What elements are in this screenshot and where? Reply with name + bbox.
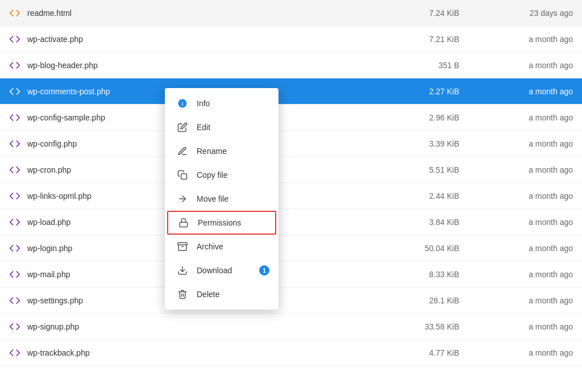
menu-item-rename[interactable]: Rename xyxy=(165,139,278,163)
file-date: a month ago xyxy=(482,348,573,357)
menu-item-copy-file[interactable]: Copy file xyxy=(165,163,278,187)
file-row[interactable]: wp-trackback.php 4.77 KiB a month ago xyxy=(0,340,582,366)
file-date: a month ago xyxy=(482,61,573,70)
file-type-icon xyxy=(9,86,20,97)
file-type-icon xyxy=(9,7,20,19)
svg-rect-5 xyxy=(178,243,188,245)
file-size: 3.39 KiB xyxy=(414,139,482,148)
copy-icon xyxy=(176,169,189,181)
file-size: 2.27 KiB xyxy=(414,87,482,96)
file-size: 50.04 KiB xyxy=(414,244,482,253)
file-date: a month ago xyxy=(482,244,573,253)
file-type-icon xyxy=(9,60,20,71)
menu-label-copy-file: Copy file xyxy=(197,170,227,180)
lock-icon xyxy=(177,216,190,229)
file-size: 3.84 KiB xyxy=(414,218,482,227)
file-row[interactable]: wp-comments-post.php 2.27 KiB a month ag… xyxy=(0,78,582,105)
menu-item-info[interactable]: i Info xyxy=(165,91,278,115)
file-date: a month ago xyxy=(482,191,573,201)
file-date: a month ago xyxy=(482,270,573,279)
file-date: a month ago xyxy=(482,35,573,44)
file-row[interactable]: wp-activate.php 7.21 KiB a month ago xyxy=(0,26,582,52)
menu-label-download: Download xyxy=(197,266,232,275)
file-type-icon xyxy=(9,138,20,149)
file-row[interactable]: wp-settings.php 28.1 KiB a month ago xyxy=(0,287,582,314)
svg-text:i: i xyxy=(182,101,184,107)
file-date: a month ago xyxy=(482,113,573,122)
context-menu: i Info Edit Rename Copy file Move file P… xyxy=(165,88,278,310)
file-size: 8.33 KiB xyxy=(414,270,482,279)
file-row[interactable]: wp-config.php 3.39 KiB a month ago xyxy=(0,131,582,157)
file-size: 33.58 KiB xyxy=(414,322,482,331)
menu-label-move-file: Move file xyxy=(197,194,228,203)
menu-item-archive[interactable]: Archive xyxy=(165,235,278,258)
download-icon xyxy=(176,264,189,277)
file-name: wp-trackback.php xyxy=(27,348,414,357)
file-type-icon xyxy=(9,112,20,123)
file-size: 28.1 KiB xyxy=(414,296,482,305)
svg-rect-4 xyxy=(180,222,188,227)
file-row[interactable]: wp-mail.php 8.33 KiB a month ago xyxy=(0,261,582,287)
file-size: 7.21 KiB xyxy=(414,35,482,44)
file-row[interactable]: wp-blog-header.php 351 B a month ago xyxy=(0,52,582,78)
file-size: 4.77 KiB xyxy=(414,348,482,357)
file-date: a month ago xyxy=(482,218,573,227)
file-type-icon xyxy=(9,190,20,202)
file-type-icon xyxy=(9,34,20,45)
file-type-icon xyxy=(9,164,20,176)
file-row[interactable]: wp-load.php 3.84 KiB a month ago xyxy=(0,209,582,235)
file-name: wp-signup.php xyxy=(27,322,414,331)
file-size: 5.51 KiB xyxy=(414,165,482,174)
menu-label-edit: Edit xyxy=(197,123,210,132)
menu-item-permissions[interactable]: Permissions xyxy=(167,211,276,235)
file-type-icon xyxy=(9,269,20,280)
move-icon xyxy=(176,193,189,205)
menu-label-info: Info xyxy=(197,99,210,108)
file-row[interactable]: wp-cron.php 5.51 KiB a month ago xyxy=(0,157,582,183)
rename-icon xyxy=(176,145,189,157)
file-size: 351 B xyxy=(414,61,482,70)
badge-download: 1 xyxy=(259,265,269,276)
menu-item-edit[interactable]: Edit xyxy=(165,115,278,139)
menu-label-archive: Archive xyxy=(197,242,223,251)
file-size: 2.44 KiB xyxy=(414,191,482,201)
menu-label-rename: Rename xyxy=(197,147,227,156)
file-date: a month ago xyxy=(482,296,573,305)
file-date: a month ago xyxy=(482,139,573,148)
file-type-icon xyxy=(9,347,20,358)
edit-icon xyxy=(176,121,189,134)
file-size: 7.24 KiB xyxy=(414,9,482,18)
file-list: readme.html 7.24 KiB 23 days ago wp-acti… xyxy=(0,0,582,366)
menu-item-download[interactable]: Download 1 xyxy=(165,258,278,282)
file-type-icon xyxy=(9,216,20,228)
archive-icon xyxy=(176,240,189,253)
menu-item-delete[interactable]: Delete xyxy=(165,282,278,306)
file-name: readme.html xyxy=(27,9,414,18)
delete-icon xyxy=(176,288,189,301)
file-date: 23 days ago xyxy=(482,9,573,18)
file-type-icon xyxy=(9,295,20,306)
file-date: a month ago xyxy=(482,322,573,331)
file-row[interactable]: wp-config-sample.php 2.96 KiB a month ag… xyxy=(0,105,582,131)
file-size: 2.96 KiB xyxy=(414,113,482,122)
file-row[interactable]: wp-links-opml.php 2.44 KiB a month ago xyxy=(0,183,582,209)
file-name: wp-blog-header.php xyxy=(27,61,414,70)
file-date: a month ago xyxy=(482,165,573,174)
svg-rect-2 xyxy=(181,174,187,180)
file-type-icon xyxy=(9,243,20,254)
file-row[interactable]: wp-login.php 50.04 KiB a month ago xyxy=(0,235,582,261)
file-row[interactable]: wp-signup.php 33.58 KiB a month ago xyxy=(0,314,582,340)
menu-label-delete: Delete xyxy=(197,290,219,299)
file-name: wp-activate.php xyxy=(27,35,414,44)
file-type-icon xyxy=(9,321,20,332)
menu-label-permissions: Permissions xyxy=(198,218,241,227)
menu-item-move-file[interactable]: Move file xyxy=(165,187,278,211)
file-date: a month ago xyxy=(482,87,573,96)
info-icon: i xyxy=(176,97,189,110)
file-row[interactable]: readme.html 7.24 KiB 23 days ago xyxy=(0,0,582,26)
